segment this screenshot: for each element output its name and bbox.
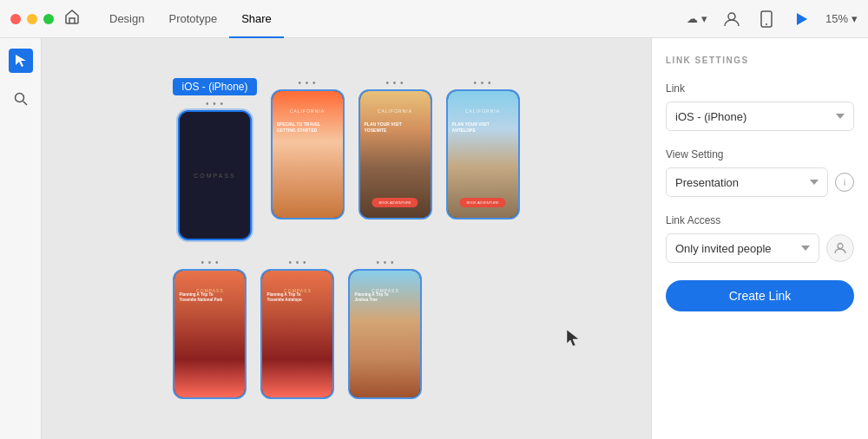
search-tool[interactable] (9, 87, 33, 111)
frame-wrapper-1[interactable]: iOS - (iPhone) • • • COMPASS (173, 78, 256, 240)
frame-dots-5: • • • (201, 258, 219, 267)
link-access-group: Link Access Only invited people Anyone w… (666, 214, 854, 263)
content-text-3: PLAN YOUR VISITYOSEMITE (365, 121, 426, 134)
phone-screen-2: CALIFORNIA SPECIAL TO TRAVELGETTING STAR… (273, 91, 343, 218)
phone-screen-7: COMPASS Planning A Trip ToJoshua Tree (350, 271, 420, 397)
phone-frame-2[interactable]: CALIFORNIA SPECIAL TO TRAVELGETTING STAR… (271, 89, 345, 220)
frame-wrapper-7[interactable]: • • • COMPASS Planning A Trip ToJoshua T… (348, 258, 422, 399)
svg-marker-7 (567, 330, 579, 346)
select-tool[interactable] (9, 49, 33, 73)
frame-wrapper-5[interactable]: • • • COMPASS Planning A Trip ToYosemite… (173, 258, 247, 399)
phone-screen-6: COMPASS Planning A Trip ToYosemite Antel… (262, 271, 332, 397)
compass-text: COMPASS (194, 173, 236, 179)
link-group: Link iOS - (iPhone) (666, 82, 854, 131)
link-access-row: Only invited people Anyone with the link… (666, 233, 854, 263)
avatar-icon (833, 241, 847, 255)
link-access-label: Link Access (666, 214, 854, 226)
link-select[interactable]: iOS - (iPhone) (666, 102, 854, 131)
phone-btn-4: BOOK ADVENTURE (459, 198, 505, 207)
tab-design[interactable]: Design (97, 0, 156, 38)
view-setting-select[interactable]: Presentation Developer Handoff Inspect (666, 167, 828, 197)
view-setting-label: View Setting (666, 148, 854, 161)
svg-point-0 (728, 13, 735, 20)
cloud-button[interactable]: ☁ ▾ (687, 12, 707, 25)
home-icon[interactable] (64, 9, 80, 29)
main-area: iOS - (iPhone) • • • COMPASS • • • (0, 38, 868, 439)
info-button[interactable]: i (835, 173, 854, 192)
nav-tabs: Design Prototype Share (97, 0, 284, 38)
svg-point-8 (838, 244, 843, 249)
phone-screen-3: CALIFORNIA PLAN YOUR VISITYOSEMITE BOOK … (360, 91, 431, 218)
maximize-button[interactable] (43, 14, 54, 24)
phone-frame-5[interactable]: COMPASS Planning A Trip ToYosemite Natio… (173, 269, 247, 399)
phone-btn-3: BOOK ADVENTURE (372, 198, 418, 207)
frame-dots-6: • • • (288, 258, 306, 267)
avatar-button[interactable] (826, 234, 854, 262)
phone-screen-1: COMPASS (180, 112, 250, 239)
right-panel: LINK SETTINGS Link iOS - (iPhone) View S… (651, 38, 868, 439)
frame-dots-1: • • • (206, 99, 224, 108)
play-button[interactable] (791, 9, 812, 29)
svg-line-6 (23, 102, 27, 106)
svg-marker-3 (797, 13, 807, 25)
titlebar-right: ☁ ▾ 15% ▾ (687, 9, 858, 29)
phone-frame-1[interactable]: COMPASS (178, 110, 252, 240)
overlay-text-4: CALIFORNIA (448, 108, 518, 114)
svg-point-2 (766, 23, 767, 25)
frame-dots-3: • • • (385, 78, 404, 88)
frame-dots-7: • • • (376, 258, 394, 267)
traffic-lights (10, 14, 54, 24)
frame-wrapper-6[interactable]: • • • COMPASS Planning A Trip ToYosemite… (260, 258, 334, 399)
user-icon[interactable] (721, 9, 742, 29)
cloud-icon: ☁ (687, 12, 698, 25)
phone-frame-7[interactable]: COMPASS Planning A Trip ToJoshua Tree (348, 269, 422, 399)
frame-dots-2: • • • (298, 78, 316, 88)
phone-screen-4: CALIFORNIA PLAN YOUR VISITANTELOPE BOOK … (448, 91, 518, 218)
minimize-button[interactable] (27, 14, 37, 24)
canvas[interactable]: iOS - (iPhone) • • • COMPASS • • • (0, 38, 651, 439)
frames-row-1: iOS - (iPhone) • • • COMPASS • • • (173, 78, 519, 240)
frame-dots-4: • • • (473, 78, 491, 88)
cloud-chevron: ▾ (701, 12, 707, 25)
link-access-select[interactable]: Only invited people Anyone with the link… (666, 233, 819, 263)
zoom-control[interactable]: 15% ▾ (825, 12, 858, 25)
view-setting-group: View Setting Presentation Developer Hand… (666, 148, 854, 197)
titlebar: Design Prototype Share ☁ ▾ (0, 0, 868, 38)
view-setting-row: Presentation Developer Handoff Inspect i (666, 167, 854, 197)
frame-wrapper-2[interactable]: • • • CALIFORNIA SPECIAL TO TRAVELGETTIN… (271, 78, 345, 220)
svg-marker-4 (16, 55, 26, 67)
frame-label: iOS - (iPhone) (173, 78, 256, 95)
content-text-2: SPECIAL TO TRAVELGETTING STARTED (277, 121, 339, 134)
tab-share[interactable]: Share (229, 0, 284, 38)
phone-frame-6[interactable]: COMPASS Planning A Trip ToYosemite Antel… (260, 269, 334, 399)
mobile-icon[interactable] (756, 9, 777, 29)
panel-title: LINK SETTINGS (666, 56, 854, 65)
create-link-button[interactable]: Create Link (666, 280, 854, 311)
frames-row-2: • • • COMPASS Planning A Trip ToYosemite… (173, 258, 519, 399)
left-toolbar (0, 38, 42, 439)
cursor-icon (566, 329, 582, 352)
frames-grid: iOS - (iPhone) • • • COMPASS • • • (155, 61, 536, 416)
svg-point-5 (15, 94, 23, 102)
phone-screen-5: COMPASS Planning A Trip ToYosemite Natio… (174, 271, 245, 397)
zoom-value: 15% (825, 12, 848, 25)
frame-wrapper-4[interactable]: • • • CALIFORNIA PLAN YOUR VISITANTELOPE… (446, 78, 520, 220)
overlay-text-3: CALIFORNIA (360, 108, 431, 114)
phone-frame-4[interactable]: CALIFORNIA PLAN YOUR VISITANTELOPE BOOK … (446, 89, 520, 220)
tab-prototype[interactable]: Prototype (156, 0, 229, 38)
close-button[interactable] (10, 14, 21, 24)
zoom-chevron: ▾ (852, 12, 858, 25)
link-label: Link (666, 82, 854, 95)
content-text-4: PLAN YOUR VISITANTELOPE (452, 121, 514, 134)
frame-wrapper-3[interactable]: • • • CALIFORNIA PLAN YOUR VISITYOSEMITE… (358, 78, 432, 220)
canvas-content: iOS - (iPhone) • • • COMPASS • • • (42, 38, 651, 439)
phone-frame-3[interactable]: CALIFORNIA PLAN YOUR VISITYOSEMITE BOOK … (358, 89, 432, 220)
overlay-text-2: CALIFORNIA (273, 108, 343, 114)
